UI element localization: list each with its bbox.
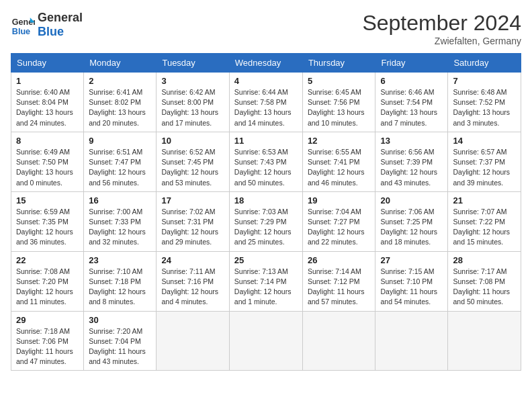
- day-number: 13: [380, 136, 443, 146]
- day-info: Sunrise: 6:45 AM Sunset: 7:56 PM Dayligh…: [308, 87, 371, 128]
- logo-icon: General Blue: [11, 13, 35, 37]
- calendar-cell: 10 Sunrise: 6:52 AM Sunset: 7:45 PM Dayl…: [157, 132, 229, 191]
- calendar-cell: 14 Sunrise: 6:57 AM Sunset: 7:37 PM Dayl…: [448, 132, 521, 191]
- calendar-week-row: 1 Sunrise: 6:40 AM Sunset: 8:04 PM Dayli…: [11, 73, 521, 132]
- day-info: Sunrise: 6:40 AM Sunset: 8:04 PM Dayligh…: [16, 87, 79, 128]
- calendar-cell: 17 Sunrise: 7:02 AM Sunset: 7:31 PM Dayl…: [157, 191, 229, 251]
- calendar-cell: 13 Sunrise: 6:56 AM Sunset: 7:39 PM Dayl…: [375, 132, 448, 191]
- calendar-cell: 15 Sunrise: 6:59 AM Sunset: 7:35 PM Dayl…: [11, 191, 84, 251]
- day-info: Sunrise: 6:56 AM Sunset: 7:39 PM Dayligh…: [380, 147, 443, 188]
- day-info: Sunrise: 6:52 AM Sunset: 7:45 PM Dayligh…: [161, 147, 224, 188]
- svg-text:Blue: Blue: [12, 26, 30, 36]
- calendar-cell: 30 Sunrise: 7:20 AM Sunset: 7:04 PM Dayl…: [84, 311, 157, 371]
- location-subtitle: Zwiefalten, Germany: [362, 36, 521, 46]
- calendar-cell: 11 Sunrise: 6:53 AM Sunset: 7:43 PM Dayl…: [229, 132, 302, 191]
- logo-text-general: General: [38, 11, 83, 25]
- day-number: 28: [453, 255, 516, 265]
- day-info: Sunrise: 7:04 AM Sunset: 7:27 PM Dayligh…: [308, 207, 371, 248]
- calendar-cell: 21 Sunrise: 7:07 AM Sunset: 7:22 PM Dayl…: [448, 191, 521, 251]
- day-info: Sunrise: 7:02 AM Sunset: 7:31 PM Dayligh…: [161, 207, 224, 248]
- weekday-header-wednesday: Wednesday: [229, 54, 302, 73]
- calendar-cell: 1 Sunrise: 6:40 AM Sunset: 8:04 PM Dayli…: [11, 73, 84, 132]
- day-info: Sunrise: 7:00 AM Sunset: 7:33 PM Dayligh…: [89, 207, 151, 248]
- calendar-cell: 26 Sunrise: 7:14 AM Sunset: 7:12 PM Dayl…: [302, 251, 375, 311]
- day-info: Sunrise: 6:55 AM Sunset: 7:41 PM Dayligh…: [308, 147, 371, 188]
- calendar-cell: [229, 311, 302, 371]
- day-info: Sunrise: 7:10 AM Sunset: 7:18 PM Dayligh…: [89, 267, 151, 308]
- day-number: 18: [234, 195, 298, 205]
- calendar-table: SundayMondayTuesdayWednesdayThursdayFrid…: [11, 53, 521, 371]
- day-info: Sunrise: 7:18 AM Sunset: 7:06 PM Dayligh…: [16, 326, 79, 367]
- day-number: 16: [89, 195, 151, 205]
- day-number: 8: [16, 136, 79, 146]
- calendar-cell: 9 Sunrise: 6:51 AM Sunset: 7:47 PM Dayli…: [84, 132, 157, 191]
- day-info: Sunrise: 6:42 AM Sunset: 8:00 PM Dayligh…: [161, 87, 224, 128]
- day-number: 23: [89, 255, 151, 265]
- day-info: Sunrise: 6:46 AM Sunset: 7:54 PM Dayligh…: [380, 87, 443, 128]
- calendar-cell: [448, 311, 521, 371]
- calendar-cell: 23 Sunrise: 7:10 AM Sunset: 7:18 PM Dayl…: [84, 251, 157, 311]
- calendar-week-row: 8 Sunrise: 6:49 AM Sunset: 7:50 PM Dayli…: [11, 132, 521, 191]
- day-info: Sunrise: 6:51 AM Sunset: 7:47 PM Dayligh…: [89, 147, 151, 188]
- day-info: Sunrise: 7:08 AM Sunset: 7:20 PM Dayligh…: [16, 267, 79, 308]
- calendar-cell: 4 Sunrise: 6:44 AM Sunset: 7:58 PM Dayli…: [229, 73, 302, 132]
- day-info: Sunrise: 7:15 AM Sunset: 7:10 PM Dayligh…: [380, 267, 443, 308]
- day-number: 30: [89, 315, 151, 325]
- calendar-cell: 25 Sunrise: 7:13 AM Sunset: 7:14 PM Dayl…: [229, 251, 302, 311]
- day-number: 27: [380, 255, 443, 265]
- day-info: Sunrise: 7:06 AM Sunset: 7:25 PM Dayligh…: [380, 207, 443, 248]
- day-number: 20: [380, 195, 443, 205]
- day-info: Sunrise: 6:41 AM Sunset: 8:02 PM Dayligh…: [89, 87, 151, 128]
- calendar-cell: 27 Sunrise: 7:15 AM Sunset: 7:10 PM Dayl…: [375, 251, 448, 311]
- day-info: Sunrise: 7:13 AM Sunset: 7:14 PM Dayligh…: [234, 267, 298, 308]
- weekday-header-monday: Monday: [84, 54, 157, 73]
- day-info: Sunrise: 6:44 AM Sunset: 7:58 PM Dayligh…: [234, 87, 298, 128]
- day-info: Sunrise: 6:59 AM Sunset: 7:35 PM Dayligh…: [16, 207, 79, 248]
- calendar-cell: 12 Sunrise: 6:55 AM Sunset: 7:41 PM Dayl…: [302, 132, 375, 191]
- day-number: 26: [308, 255, 371, 265]
- day-number: 19: [308, 195, 371, 205]
- calendar-cell: 2 Sunrise: 6:41 AM Sunset: 8:02 PM Dayli…: [84, 73, 157, 132]
- day-number: 5: [308, 76, 371, 86]
- day-number: 10: [161, 136, 224, 146]
- logo-text-blue: Blue: [38, 25, 83, 39]
- title-block: September 2024 Zwiefalten, Germany: [362, 11, 521, 46]
- day-info: Sunrise: 6:48 AM Sunset: 7:52 PM Dayligh…: [453, 87, 516, 128]
- calendar-week-row: 22 Sunrise: 7:08 AM Sunset: 7:20 PM Dayl…: [11, 251, 521, 311]
- day-number: 2: [89, 76, 151, 86]
- calendar-cell: 3 Sunrise: 6:42 AM Sunset: 8:00 PM Dayli…: [157, 73, 229, 132]
- day-info: Sunrise: 6:57 AM Sunset: 7:37 PM Dayligh…: [453, 147, 516, 188]
- day-number: 29: [16, 315, 79, 325]
- calendar-cell: 24 Sunrise: 7:11 AM Sunset: 7:16 PM Dayl…: [157, 251, 229, 311]
- calendar-cell: 6 Sunrise: 6:46 AM Sunset: 7:54 PM Dayli…: [375, 73, 448, 132]
- calendar-cell: 20 Sunrise: 7:06 AM Sunset: 7:25 PM Dayl…: [375, 191, 448, 251]
- calendar-cell: 5 Sunrise: 6:45 AM Sunset: 7:56 PM Dayli…: [302, 73, 375, 132]
- day-number: 4: [234, 76, 298, 86]
- calendar-cell: 18 Sunrise: 7:03 AM Sunset: 7:29 PM Dayl…: [229, 191, 302, 251]
- day-info: Sunrise: 7:14 AM Sunset: 7:12 PM Dayligh…: [308, 267, 371, 308]
- weekday-header-friday: Friday: [375, 54, 448, 73]
- day-number: 15: [16, 195, 79, 205]
- day-info: Sunrise: 7:17 AM Sunset: 7:08 PM Dayligh…: [453, 267, 516, 308]
- calendar-cell: [157, 311, 229, 371]
- day-info: Sunrise: 7:20 AM Sunset: 7:04 PM Dayligh…: [89, 326, 151, 367]
- day-number: 14: [453, 136, 516, 146]
- day-number: 22: [16, 255, 79, 265]
- day-info: Sunrise: 7:03 AM Sunset: 7:29 PM Dayligh…: [234, 207, 298, 248]
- calendar-week-row: 29 Sunrise: 7:18 AM Sunset: 7:06 PM Dayl…: [11, 311, 521, 371]
- day-number: 7: [453, 76, 516, 86]
- month-title: September 2024: [362, 11, 521, 36]
- day-number: 17: [161, 195, 224, 205]
- day-number: 21: [453, 195, 516, 205]
- day-info: Sunrise: 6:49 AM Sunset: 7:50 PM Dayligh…: [16, 147, 79, 188]
- calendar-week-row: 15 Sunrise: 6:59 AM Sunset: 7:35 PM Dayl…: [11, 191, 521, 251]
- weekday-header-thursday: Thursday: [302, 54, 375, 73]
- calendar-cell: 28 Sunrise: 7:17 AM Sunset: 7:08 PM Dayl…: [448, 251, 521, 311]
- weekday-header-tuesday: Tuesday: [157, 54, 229, 73]
- weekday-header-sunday: Sunday: [11, 54, 84, 73]
- calendar-cell: 29 Sunrise: 7:18 AM Sunset: 7:06 PM Dayl…: [11, 311, 84, 371]
- day-number: 3: [161, 76, 224, 86]
- day-number: 12: [308, 136, 371, 146]
- day-number: 24: [161, 255, 224, 265]
- day-number: 9: [89, 136, 151, 146]
